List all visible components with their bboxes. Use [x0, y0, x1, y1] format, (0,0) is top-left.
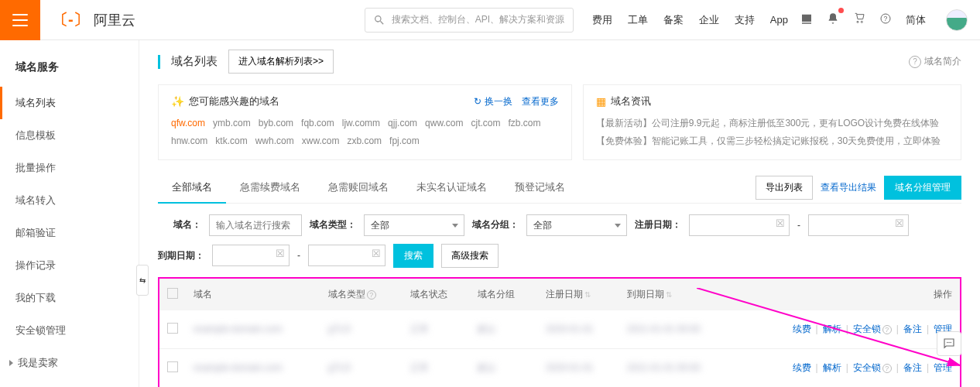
- nav-enterprise[interactable]: 企业: [699, 13, 719, 27]
- advanced-search-button[interactable]: 高级搜索: [441, 244, 499, 268]
- action-备注[interactable]: 备注: [903, 362, 922, 373]
- expdate-end-input[interactable]: [308, 245, 385, 266]
- sidebar-item-0[interactable]: 域名列表: [0, 87, 139, 119]
- suggested-domain[interactable]: hnw.com: [171, 135, 207, 146]
- suggested-domain[interactable]: qww.com: [425, 118, 463, 128]
- nav-ticket[interactable]: 工单: [628, 13, 648, 27]
- suggested-domain[interactable]: qfw.com: [171, 118, 205, 128]
- sidebar-item-1[interactable]: 信息模板: [0, 119, 139, 152]
- suggested-domain[interactable]: ljw.comm: [342, 118, 380, 128]
- header-nav: 费用 工单 备案 企业 支持 App: [592, 13, 788, 27]
- action-续费[interactable]: 续费: [793, 324, 811, 334]
- tab-0[interactable]: 全部域名: [158, 173, 226, 204]
- sidebar-item-2[interactable]: 批量操作: [0, 152, 139, 184]
- type-select[interactable]: 全部: [364, 214, 464, 236]
- cell-status: 正常: [410, 362, 429, 373]
- brand-logo[interactable]: 〔-〕 阿里云: [53, 9, 135, 30]
- row-checkbox[interactable]: [167, 323, 178, 334]
- tab-2[interactable]: 急需赎回域名: [314, 173, 403, 203]
- view-export-link[interactable]: 查看导出结果: [821, 181, 876, 194]
- nav-support[interactable]: 支持: [735, 13, 755, 27]
- card-title: 域名资讯: [611, 94, 651, 108]
- sidebar-item-5[interactable]: 操作记录: [0, 249, 139, 282]
- user-avatar[interactable]: [946, 9, 968, 31]
- nav-app[interactable]: App: [770, 14, 788, 26]
- cart-icon[interactable]: [853, 12, 865, 27]
- domain-intro-link[interactable]: 域名简介: [909, 55, 961, 68]
- th-expdate[interactable]: 到期日期⇅: [619, 279, 734, 310]
- suggested-domain[interactable]: fpj.com: [389, 135, 420, 146]
- tab-4[interactable]: 预登记域名: [501, 173, 579, 203]
- domain-table: 域名 域名类型? 域名状态 域名分组 注册日期⇅ 到期日期⇅ 操作 exampl…: [159, 279, 960, 387]
- regdate-start-input[interactable]: [689, 214, 790, 236]
- sidebar-item-7[interactable]: 安全锁管理: [0, 314, 139, 347]
- action-续费[interactable]: 续费: [793, 362, 811, 373]
- sidebar-collapse-handle[interactable]: ⇆: [136, 265, 149, 296]
- suggested-domain[interactable]: qjj.com: [388, 118, 417, 128]
- search-icon: [373, 14, 385, 26]
- sidebar-item-label: 域名转入: [15, 194, 56, 207]
- search-button[interactable]: 搜索: [393, 244, 433, 268]
- help-icon[interactable]: ?: [367, 290, 376, 300]
- row-actions: 续费|解析|安全锁?|备注|管理: [734, 310, 960, 349]
- sidebar-item-9[interactable]: 我是买家: [0, 379, 139, 387]
- th-regdate[interactable]: 注册日期⇅: [538, 279, 619, 310]
- action-安全锁[interactable]: 安全锁: [853, 324, 881, 334]
- label-expdate: 到期日期：: [158, 249, 204, 262]
- domain-table-highlighted: 域名 域名类型? 域名状态 域名分组 注册日期⇅ 到期日期⇅ 操作 exampl…: [158, 277, 961, 387]
- action-管理[interactable]: 管理: [934, 362, 952, 373]
- news-line-2[interactable]: 【免费体验】智能记账工具，仅需三步轻松搞定记账报税，30天免费使用，立即体验: [596, 132, 948, 150]
- action-解析[interactable]: 解析: [823, 324, 841, 334]
- news-line-1[interactable]: 【最新活动】公司注册9.9元起，商标注册低至300元，更有LOGO设计免费在线体…: [596, 115, 948, 132]
- bell-icon[interactable]: [827, 12, 839, 27]
- suggested-domain[interactable]: ktk.com: [215, 135, 247, 146]
- tab-1[interactable]: 急需续费域名: [226, 173, 314, 203]
- chat-support-button[interactable]: [937, 331, 961, 356]
- global-search[interactable]: 搜索文档、控制台、API、解决方案和资源: [365, 8, 574, 33]
- cell-type: gTLD: [328, 362, 351, 373]
- view-more-link[interactable]: 查看更多: [522, 95, 559, 108]
- action-解析[interactable]: 解析: [823, 362, 841, 373]
- sidebar-item-4[interactable]: 邮箱验证: [0, 217, 139, 249]
- regdate-end-input[interactable]: [808, 214, 909, 236]
- row-checkbox[interactable]: [167, 361, 178, 372]
- group-select[interactable]: 全部: [526, 214, 627, 236]
- export-button[interactable]: 导出列表: [756, 176, 813, 200]
- suggested-domain[interactable]: cjt.com: [471, 118, 500, 128]
- suggested-domain[interactable]: fqb.com: [301, 118, 334, 128]
- group-manage-button[interactable]: 域名分组管理: [884, 176, 961, 200]
- sidebar-item-label: 批量操作: [15, 161, 56, 175]
- suggested-domain[interactable]: xww.com: [302, 135, 340, 146]
- cell-expdate: 2021-01-01 00:00: [627, 324, 701, 334]
- nav-fee[interactable]: 费用: [592, 13, 612, 27]
- help-icon[interactable]: ?: [882, 325, 892, 334]
- suggested-domain[interactable]: fzb.com: [508, 118, 540, 128]
- suggested-domain[interactable]: wwh.com: [255, 135, 294, 146]
- suggested-domain[interactable]: ymb.com: [213, 118, 251, 128]
- sort-icon: ⇅: [666, 290, 672, 299]
- card-title: 您可能感兴趣的域名: [189, 94, 279, 108]
- go-dns-list-button[interactable]: 进入域名解析列表>>: [228, 50, 334, 74]
- select-all-checkbox[interactable]: [167, 288, 178, 299]
- table-row: example-domain.comgTLD正常默认2020-01-012021…: [159, 348, 960, 387]
- suggested-domain[interactable]: zxb.com: [347, 135, 382, 146]
- sort-icon: ⇅: [584, 290, 591, 299]
- console-icon[interactable]: [800, 12, 813, 27]
- sidebar-item-6[interactable]: 我的下载: [0, 282, 139, 314]
- title-accent: [158, 55, 160, 69]
- menu-toggle[interactable]: [0, 0, 40, 40]
- sidebar-item-3[interactable]: 域名转入: [0, 184, 139, 217]
- domain-search-input[interactable]: [209, 214, 302, 236]
- suggested-domain[interactable]: byb.com: [259, 118, 293, 128]
- sidebar-item-8[interactable]: 我是卖家: [0, 347, 139, 379]
- nav-icp[interactable]: 备案: [663, 13, 684, 27]
- tab-3[interactable]: 未实名认证域名: [403, 173, 501, 203]
- action-安全锁[interactable]: 安全锁: [853, 362, 881, 373]
- lang-switch[interactable]: 简体: [906, 13, 926, 27]
- expdate-start-input[interactable]: [212, 245, 290, 266]
- refresh-link[interactable]: ↻ 换一换: [474, 95, 512, 108]
- sidebar-item-label: 域名列表: [15, 96, 56, 110]
- action-备注[interactable]: 备注: [903, 324, 922, 334]
- help-icon[interactable]: ?: [879, 12, 892, 27]
- help-icon[interactable]: ?: [882, 364, 892, 373]
